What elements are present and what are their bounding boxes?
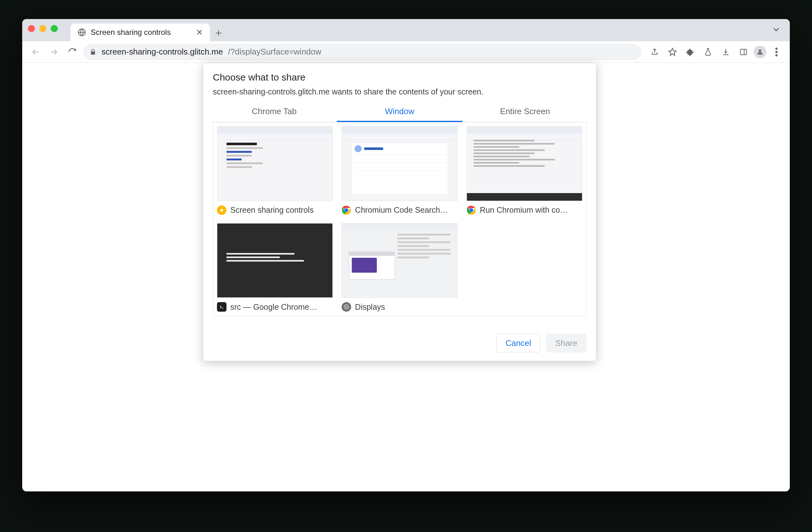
- downloads-button[interactable]: [718, 44, 733, 60]
- share-page-button[interactable]: [647, 44, 662, 60]
- canary-icon: [217, 205, 227, 215]
- dialog-tabs: Chrome Tab Window Entire Screen: [212, 102, 588, 122]
- window-option[interactable]: Displays: [342, 223, 458, 312]
- tab-entire-screen[interactable]: Entire Screen: [462, 102, 588, 122]
- close-tab-button[interactable]: ✕: [196, 28, 203, 38]
- reload-button[interactable]: [65, 44, 80, 60]
- tab-strip: Screen sharing controls ✕ ＋: [22, 19, 790, 41]
- browser-tab[interactable]: Screen sharing controls ✕: [70, 24, 210, 41]
- browser-window: Screen sharing controls ✕ ＋: [22, 19, 790, 491]
- window-grid: Screen sharing controls: [213, 122, 586, 316]
- svg-rect-1: [740, 49, 746, 55]
- cancel-button[interactable]: Cancel: [496, 334, 540, 353]
- dialog-title: Choose what to share: [213, 72, 586, 83]
- window-controls: [28, 19, 58, 41]
- chrome-icon: [342, 205, 351, 215]
- dialog-subtitle: screen-sharing-controls.glitch.me wants …: [213, 87, 586, 97]
- forward-button[interactable]: [46, 44, 61, 60]
- page-content: Choose what to share screen-sharing-cont…: [22, 63, 790, 491]
- side-panel-button[interactable]: [736, 44, 751, 60]
- window-label: Chromium Code Search…: [355, 205, 448, 215]
- svg-point-6: [220, 209, 223, 211]
- minimize-window-button[interactable]: [39, 25, 46, 32]
- window-option[interactable]: src — Google Chrome…: [217, 223, 333, 312]
- window-option[interactable]: Run Chromium with co…: [467, 126, 582, 215]
- tab-window[interactable]: Window: [337, 102, 462, 122]
- lock-icon: [89, 48, 97, 56]
- window-thumbnail: [467, 126, 582, 201]
- new-tab-button[interactable]: ＋: [210, 24, 227, 41]
- window-thumbnail: [342, 126, 458, 201]
- share-dialog: Choose what to share screen-sharing-cont…: [203, 63, 596, 361]
- svg-point-12: [346, 306, 347, 308]
- window-option[interactable]: Chromium Code Search…: [342, 126, 458, 215]
- svg-point-11: [469, 208, 473, 212]
- svg-point-5: [775, 54, 778, 56]
- svg-point-3: [775, 47, 778, 50]
- terminal-icon: [217, 302, 227, 312]
- bookmark-button[interactable]: [665, 44, 680, 60]
- svg-point-4: [775, 51, 778, 53]
- profile-button[interactable]: [754, 46, 766, 58]
- window-thumbnail: [217, 126, 333, 201]
- url-host: screen-sharing-controls.glitch.me: [102, 47, 223, 57]
- window-thumbnail: [342, 223, 458, 298]
- window-label: Screen sharing controls: [230, 205, 314, 215]
- dialog-actions: Cancel Share: [213, 334, 586, 353]
- extensions-button[interactable]: [683, 44, 698, 60]
- close-window-button[interactable]: [28, 25, 35, 32]
- menu-button[interactable]: [769, 44, 784, 60]
- svg-point-2: [759, 49, 761, 52]
- share-button[interactable]: Share: [546, 334, 586, 353]
- url-path: /?displaySurface=window: [228, 47, 321, 57]
- back-button[interactable]: [28, 44, 43, 60]
- settings-icon: [342, 302, 351, 312]
- window-label: src — Google Chrome…: [230, 302, 317, 312]
- toolbar: screen-sharing-controls.glitch.me/?displ…: [22, 41, 790, 63]
- chrome-icon: [467, 205, 476, 215]
- window-option[interactable]: Screen sharing controls: [217, 126, 333, 215]
- labs-button[interactable]: [700, 44, 715, 60]
- fullscreen-window-button[interactable]: [51, 25, 58, 32]
- tab-chrome-tab[interactable]: Chrome Tab: [212, 102, 337, 122]
- window-label: Run Chromium with co…: [480, 205, 568, 215]
- tab-search-button[interactable]: [771, 25, 781, 34]
- window-thumbnail: [217, 223, 333, 298]
- tab-title: Screen sharing controls: [91, 28, 171, 37]
- window-label: Displays: [355, 302, 385, 312]
- address-bar[interactable]: screen-sharing-controls.glitch.me/?displ…: [83, 44, 641, 60]
- globe-icon: [77, 28, 86, 37]
